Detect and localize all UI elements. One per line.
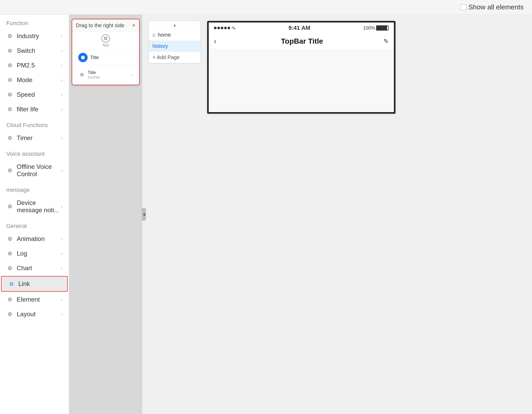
drag-switch-row[interactable]: Title (75, 50, 137, 65)
sidebar-item-animation[interactable]: ⚙ Animation › (0, 232, 69, 246)
drag-list-row[interactable]: ⚙ Title SubTitle › (75, 67, 137, 82)
show-all-elements-container: Show all elements (461, 3, 524, 11)
sidebar-item-device-msg[interactable]: ⚙ Device message noti... › (0, 196, 69, 217)
timer-icon: ⚙ (6, 134, 14, 142)
right-area: ▲ ⌂ home history + Add Page (142, 15, 532, 414)
mode-chevron: › (61, 77, 63, 83)
layout-chevron: › (61, 312, 63, 317)
animation-icon: ⚙ (6, 235, 14, 243)
animation-label: Animation (17, 235, 61, 243)
offline-voice-label: Offline Voice Control (17, 163, 61, 178)
battery-bar (376, 25, 389, 31)
list-row-text: Title SubTitle (88, 70, 132, 79)
pm25-icon: ⚙ (6, 62, 14, 69)
element-icon: ⚙ (6, 296, 14, 303)
device-msg-label: Device message noti... (17, 199, 61, 214)
filter-life-icon: ⚙ (6, 106, 14, 113)
speed-label: Speed (17, 91, 61, 98)
drag-popup: Drag to the right side × Text Title (72, 19, 140, 85)
layout-label: Layout (17, 310, 61, 318)
chart-chevron: › (61, 266, 63, 271)
mode-icon: ⚙ (6, 76, 14, 84)
filter-life-chevron: › (61, 107, 63, 112)
animation-chevron: › (61, 236, 63, 242)
switch-label: Switch (17, 47, 61, 54)
drag-popup-title: Drag to the right side (76, 22, 124, 28)
signal-dot-1 (214, 27, 217, 29)
drag-text-item[interactable]: Text (75, 34, 137, 47)
page-tab-home[interactable]: ⌂ home (149, 29, 201, 41)
page-tab-up-arrow[interactable]: ▲ (149, 21, 201, 29)
switch-chevron: › (61, 48, 63, 54)
switch-toggle[interactable] (78, 53, 88, 62)
speed-chevron: › (61, 92, 63, 97)
log-icon: ⚙ (6, 250, 14, 257)
switch-icon: ⚙ (6, 47, 14, 54)
sidebar-item-speed[interactable]: ⚙ Speed › (0, 87, 69, 102)
sidebar-item-filter-life[interactable]: ⚙ filter life › (0, 102, 69, 117)
general-section-label: General (0, 217, 69, 232)
voice-section-label: Voice assistant (0, 145, 69, 159)
switch-title: Title (90, 55, 133, 60)
main-layout: Function ⚙ Industry › ⚙ Switch › ⚙ PM2.5… (0, 15, 532, 414)
drag-gear-icon (101, 34, 110, 43)
link-icon: ⧉ (8, 280, 15, 288)
phone-edit-button[interactable]: ✎ (383, 38, 389, 45)
phone-time: 9:41 AM (288, 25, 310, 31)
middle-panel: Drag to the right side × Text Title (69, 15, 142, 414)
page-tabs-panel: ▲ ⌂ home history + Add Page (149, 21, 201, 63)
switch-inner (81, 56, 85, 59)
offline-voice-icon: ⚙ (6, 167, 14, 174)
log-chevron: › (61, 251, 63, 256)
pm25-label: PM2.5 (17, 62, 61, 69)
phone-status-bar: ∿ 9:41 AM 100% (209, 22, 394, 33)
device-msg-icon: ⚙ (6, 203, 14, 210)
sidebar-item-element[interactable]: ⚙ Element › (0, 292, 69, 307)
drag-popup-header: Drag to the right side × (72, 19, 139, 32)
list-row-chevron: › (132, 72, 133, 77)
top-bar: Show all elements (0, 0, 532, 15)
phone-content-area (209, 49, 394, 112)
sidebar-item-mode[interactable]: ⚙ Mode › (0, 73, 69, 87)
cloud-section-label: Cloud Functions (0, 117, 69, 131)
phone-battery: 100% (363, 25, 389, 31)
history-tab-label: history (152, 43, 168, 49)
sidebar-item-pm25[interactable]: ⚙ PM2.5 › (0, 58, 69, 73)
link-label: Link (18, 280, 61, 288)
sidebar-item-log[interactable]: ⚙ Log › (0, 246, 69, 261)
page-tab-history[interactable]: history (149, 41, 201, 52)
sidebar-item-chart[interactable]: ⚙ Chart › (0, 261, 69, 275)
home-icon: ⌂ (152, 32, 156, 38)
speed-icon: ⚙ (6, 91, 14, 98)
drag-popup-close-button[interactable]: × (132, 22, 135, 29)
drag-popup-content: Text Title ⚙ Title SubTitle (72, 32, 139, 85)
page-tab-add[interactable]: + Add Page (149, 52, 201, 63)
signal-dots (214, 27, 230, 29)
filter-life-label: filter life (17, 106, 61, 113)
element-label: Element (17, 296, 61, 303)
sidebar-item-link[interactable]: ⧉ Link (1, 276, 68, 292)
list-row-gear-icon: ⚙ (78, 71, 86, 78)
list-row-subtitle: SubTitle (88, 75, 132, 79)
message-section-label: message (0, 181, 69, 196)
show-all-label: Show all elements (468, 3, 524, 11)
offline-voice-chevron: › (61, 168, 63, 173)
industry-icon: ⚙ (6, 32, 14, 40)
sidebar-item-offline-voice[interactable]: ⚙ Offline Voice Control › (0, 159, 69, 181)
signal-dot-5 (228, 27, 230, 29)
signal-dot-3 (221, 27, 223, 29)
pm25-chevron: › (61, 63, 63, 68)
add-page-label: + Add Page (152, 54, 180, 60)
show-all-checkbox[interactable] (461, 4, 466, 10)
wifi-icon: ∿ (232, 25, 236, 31)
chart-label: Chart (17, 264, 61, 272)
collapse-handle[interactable]: ◀ (142, 208, 146, 221)
signal-dot-4 (224, 27, 227, 29)
sidebar-item-layout[interactable]: ⚙ Layout › (0, 307, 69, 321)
phone-back-button[interactable]: ‹ (214, 37, 216, 45)
sidebar-item-switch[interactable]: ⚙ Switch › (0, 43, 69, 58)
sidebar-item-timer[interactable]: ⚙ Timer › (0, 131, 69, 145)
drag-text-label: Text (102, 43, 109, 47)
phone-topbar: ‹ TopBar Title ✎ (209, 33, 394, 49)
sidebar-item-industry[interactable]: ⚙ Industry › (0, 29, 69, 43)
